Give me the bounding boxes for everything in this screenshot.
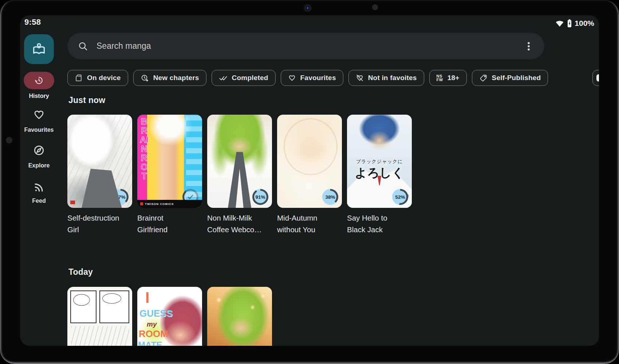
clock-plus-icon	[141, 74, 149, 82]
search-bar[interactable]: Search manga	[67, 33, 544, 59]
side-camera	[6, 137, 12, 143]
chip-18plus[interactable]: NSFW 18+	[429, 70, 467, 86]
manga-title: Say Hello to Black Jack	[347, 212, 412, 236]
section-heading-today: Today	[68, 267, 93, 277]
sidebar-label-favourites: Favourites	[20, 127, 58, 133]
chip-new-chapters[interactable]: New chapters	[133, 70, 206, 86]
manga-card[interactable]: BRAINROT TWISON COMICS Brainrot G	[137, 115, 202, 236]
cover-vertical-title: BRAINROT	[139, 117, 150, 181]
chip-self-published[interactable]: Self-Published	[472, 70, 548, 86]
progress-badge: 52%	[392, 189, 408, 205]
chip-icon	[596, 74, 599, 82]
manga-cover: 91%	[207, 115, 272, 208]
manga-title: Brainrot Girlfriend	[137, 212, 202, 236]
cover-title-word: my	[147, 320, 157, 328]
chip-label: New chapters	[153, 74, 199, 82]
cover-publisher-bar: TWISON COMICS	[137, 200, 202, 208]
cover-title-word: MATE	[138, 340, 162, 346]
manga-title: Self-destruction Girl	[67, 212, 132, 236]
search-input[interactable]: Search manga	[96, 41, 515, 51]
manga-cover	[207, 287, 272, 346]
chip-label: Completed	[232, 74, 268, 82]
recent-cards-row: 37% Self-destruction Girl BRAINROT TWISO…	[67, 115, 412, 236]
progress-value: 37%	[114, 191, 127, 203]
history-icon	[34, 75, 44, 86]
kebab-menu-icon[interactable]	[523, 41, 534, 52]
rss-icon[interactable]	[33, 182, 45, 193]
status-icons: 100%	[555, 19, 594, 28]
search-icon	[78, 41, 88, 52]
cover-logo-mark	[70, 201, 75, 204]
manga-card[interactable]: 91% Non Milk-Milk Coffee Webco…	[207, 115, 272, 236]
heart-icon[interactable]	[33, 108, 45, 121]
today-cards-row: I GUESS my ROOM MATE	[67, 287, 272, 346]
manga-cover: ブラックジャックに よろしく 佐藤 秀 52%	[347, 115, 412, 208]
manga-card[interactable]	[67, 287, 132, 346]
manga-card[interactable]: 38% Mid-Autumn without You	[277, 115, 342, 236]
navigation-rail: History Favourites Explore	[20, 15, 64, 346]
chip-on-device[interactable]: On device	[67, 70, 128, 86]
double-check-icon	[219, 74, 228, 82]
chip-partially-offscreen[interactable]	[592, 70, 599, 86]
sidebar-label-explore: Explore	[20, 162, 58, 169]
chip-label: 18+	[448, 74, 460, 82]
manga-card[interactable]	[207, 287, 272, 346]
manga-card[interactable]: I GUESS my ROOM MATE	[137, 287, 202, 346]
filter-chip-row: On device New chapters Completed	[67, 70, 599, 87]
manga-card[interactable]: 37% Self-destruction Girl	[67, 115, 132, 236]
chip-label: On device	[87, 74, 121, 82]
cover-subtitle-jp: ブラックジャックに	[347, 158, 412, 165]
manga-title: Non Milk-Milk Coffee Webco…	[207, 212, 272, 236]
heart-icon	[288, 74, 296, 82]
manga-title: Mid-Autumn without You	[277, 212, 342, 236]
cover-title-jp: よろしく	[347, 165, 412, 181]
manga-cover: 37%	[67, 115, 132, 208]
chip-favourites[interactable]: Favourites	[281, 70, 343, 86]
battery-charging-icon	[567, 19, 572, 28]
cover-title-word: ROOM	[139, 328, 168, 340]
progress-badge: 37%	[113, 189, 129, 205]
cover-title-word: I	[145, 289, 150, 306]
nsfw-icon: NSFW	[437, 74, 443, 82]
compass-icon[interactable]	[32, 144, 46, 157]
progress-badge: 91%	[252, 189, 268, 205]
chip-not-in-favourites[interactable]: Not in favoites	[348, 70, 424, 86]
app-logo-button[interactable]	[24, 34, 54, 64]
heart-off-icon	[356, 74, 364, 82]
front-camera	[304, 4, 312, 12]
app-screen: 9:58 100%	[20, 15, 599, 346]
manga-reader-logo-icon	[31, 41, 47, 58]
progress-value: 52%	[394, 191, 406, 203]
wifi-icon	[555, 19, 564, 28]
chip-completed[interactable]: Completed	[212, 70, 276, 86]
chip-label: Not in favoites	[368, 74, 417, 82]
sidebar-label-history: History	[20, 93, 58, 99]
manga-cover	[67, 287, 132, 346]
cover-title-word: GUESS	[139, 308, 173, 319]
tablet-frame: 9:58 100%	[0, 0, 619, 364]
battery-percent: 100%	[575, 19, 594, 28]
chip-label: Favourites	[300, 74, 336, 82]
chip-label: Self-Published	[492, 74, 541, 82]
sidebar-label-feed: Feed	[20, 198, 58, 204]
section-heading-just-now: Just now	[68, 95, 105, 105]
manga-card[interactable]: ブラックジャックに よろしく 佐藤 秀 52% Say Hello to Bla…	[347, 115, 412, 236]
manga-cover: 38%	[277, 115, 342, 208]
sd-card-icon	[75, 74, 83, 82]
progress-badge: 38%	[322, 189, 338, 205]
sidebar-item-history[interactable]	[24, 72, 54, 89]
progress-value: 91%	[254, 191, 267, 203]
tag-icon	[479, 74, 488, 82]
progress-value: 38%	[324, 191, 336, 203]
manga-cover: I GUESS my ROOM MATE	[137, 287, 202, 346]
light-sensor	[372, 4, 378, 10]
manga-cover: BRAINROT TWISON COMICS	[137, 115, 202, 208]
